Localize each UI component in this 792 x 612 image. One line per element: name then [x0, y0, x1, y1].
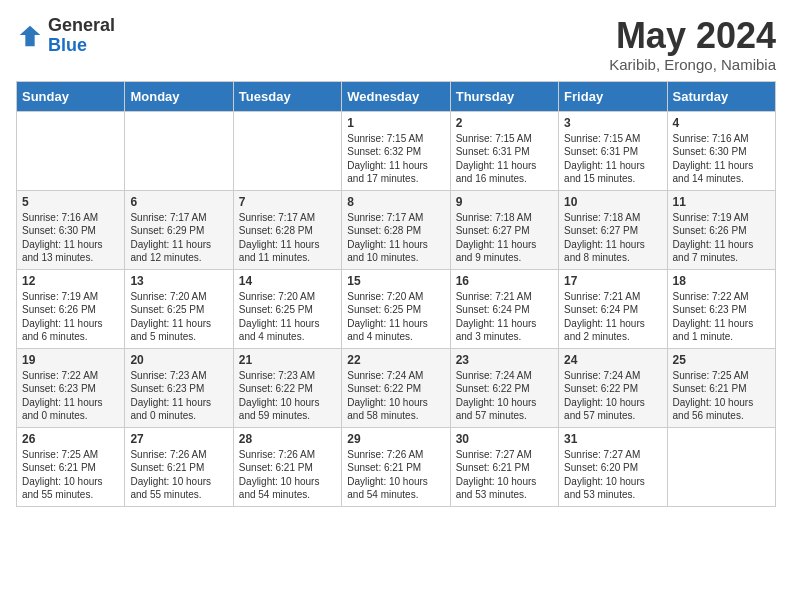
day-cell: 28Sunrise: 7:26 AMSunset: 6:21 PMDayligh…: [233, 427, 341, 506]
logo-blue: Blue: [48, 36, 115, 56]
cell-text: Daylight: 10 hours and 59 minutes.: [239, 396, 336, 423]
day-number: 24: [564, 353, 661, 367]
day-cell: 13Sunrise: 7:20 AMSunset: 6:25 PMDayligh…: [125, 269, 233, 348]
day-header-tuesday: Tuesday: [233, 81, 341, 111]
day-number: 23: [456, 353, 553, 367]
day-number: 26: [22, 432, 119, 446]
cell-text: Sunset: 6:21 PM: [239, 461, 336, 475]
location-subtitle: Karibib, Erongo, Namibia: [609, 56, 776, 73]
day-number: 8: [347, 195, 444, 209]
cell-text: Sunset: 6:22 PM: [347, 382, 444, 396]
day-cell: 21Sunrise: 7:23 AMSunset: 6:22 PMDayligh…: [233, 348, 341, 427]
day-number: 28: [239, 432, 336, 446]
title-block: May 2024 Karibib, Erongo, Namibia: [609, 16, 776, 73]
day-cell: [667, 427, 775, 506]
cell-text: Daylight: 11 hours and 0 minutes.: [22, 396, 119, 423]
cell-text: Sunset: 6:29 PM: [130, 224, 227, 238]
day-number: 13: [130, 274, 227, 288]
day-number: 19: [22, 353, 119, 367]
day-number: 3: [564, 116, 661, 130]
day-cell: 18Sunrise: 7:22 AMSunset: 6:23 PMDayligh…: [667, 269, 775, 348]
day-cell: 4Sunrise: 7:16 AMSunset: 6:30 PMDaylight…: [667, 111, 775, 190]
day-cell: 26Sunrise: 7:25 AMSunset: 6:21 PMDayligh…: [17, 427, 125, 506]
cell-text: Sunrise: 7:15 AM: [347, 132, 444, 146]
cell-text: Daylight: 11 hours and 2 minutes.: [564, 317, 661, 344]
cell-text: Sunrise: 7:26 AM: [347, 448, 444, 462]
day-number: 17: [564, 274, 661, 288]
cell-text: Daylight: 10 hours and 57 minutes.: [564, 396, 661, 423]
cell-text: Daylight: 11 hours and 14 minutes.: [673, 159, 770, 186]
cell-text: Daylight: 10 hours and 57 minutes.: [456, 396, 553, 423]
day-number: 25: [673, 353, 770, 367]
day-number: 21: [239, 353, 336, 367]
week-row-5: 26Sunrise: 7:25 AMSunset: 6:21 PMDayligh…: [17, 427, 776, 506]
day-number: 15: [347, 274, 444, 288]
cell-text: Sunrise: 7:26 AM: [239, 448, 336, 462]
cell-text: Sunrise: 7:16 AM: [673, 132, 770, 146]
cell-text: Sunset: 6:20 PM: [564, 461, 661, 475]
cell-text: Sunrise: 7:18 AM: [456, 211, 553, 225]
cell-text: Daylight: 10 hours and 54 minutes.: [347, 475, 444, 502]
cell-text: Daylight: 11 hours and 9 minutes.: [456, 238, 553, 265]
day-number: 12: [22, 274, 119, 288]
cell-text: Sunset: 6:23 PM: [130, 382, 227, 396]
week-row-2: 5Sunrise: 7:16 AMSunset: 6:30 PMDaylight…: [17, 190, 776, 269]
cell-text: Sunset: 6:26 PM: [22, 303, 119, 317]
cell-text: Sunrise: 7:15 AM: [456, 132, 553, 146]
day-cell: 3Sunrise: 7:15 AMSunset: 6:31 PMDaylight…: [559, 111, 667, 190]
cell-text: Sunset: 6:21 PM: [22, 461, 119, 475]
cell-text: Daylight: 10 hours and 58 minutes.: [347, 396, 444, 423]
week-row-4: 19Sunrise: 7:22 AMSunset: 6:23 PMDayligh…: [17, 348, 776, 427]
cell-text: Sunset: 6:32 PM: [347, 145, 444, 159]
cell-text: Daylight: 11 hours and 10 minutes.: [347, 238, 444, 265]
cell-text: Sunset: 6:21 PM: [673, 382, 770, 396]
cell-text: Sunrise: 7:25 AM: [22, 448, 119, 462]
cell-text: Daylight: 11 hours and 4 minutes.: [347, 317, 444, 344]
day-cell: 11Sunrise: 7:19 AMSunset: 6:26 PMDayligh…: [667, 190, 775, 269]
cell-text: Sunset: 6:31 PM: [564, 145, 661, 159]
day-cell: 31Sunrise: 7:27 AMSunset: 6:20 PMDayligh…: [559, 427, 667, 506]
day-cell: 19Sunrise: 7:22 AMSunset: 6:23 PMDayligh…: [17, 348, 125, 427]
day-cell: 20Sunrise: 7:23 AMSunset: 6:23 PMDayligh…: [125, 348, 233, 427]
day-number: 14: [239, 274, 336, 288]
cell-text: Sunset: 6:31 PM: [456, 145, 553, 159]
cell-text: Sunset: 6:27 PM: [456, 224, 553, 238]
cell-text: Sunset: 6:30 PM: [22, 224, 119, 238]
logo-general: General: [48, 16, 115, 36]
cell-text: Sunrise: 7:16 AM: [22, 211, 119, 225]
cell-text: Sunrise: 7:20 AM: [130, 290, 227, 304]
day-cell: 10Sunrise: 7:18 AMSunset: 6:27 PMDayligh…: [559, 190, 667, 269]
cell-text: Sunrise: 7:21 AM: [456, 290, 553, 304]
cell-text: Sunset: 6:27 PM: [564, 224, 661, 238]
day-cell: 29Sunrise: 7:26 AMSunset: 6:21 PMDayligh…: [342, 427, 450, 506]
day-cell: 9Sunrise: 7:18 AMSunset: 6:27 PMDaylight…: [450, 190, 558, 269]
day-cell: 16Sunrise: 7:21 AMSunset: 6:24 PMDayligh…: [450, 269, 558, 348]
cell-text: Sunrise: 7:20 AM: [347, 290, 444, 304]
page-header: General Blue May 2024 Karibib, Erongo, N…: [16, 16, 776, 73]
cell-text: Sunrise: 7:27 AM: [564, 448, 661, 462]
cell-text: Sunrise: 7:22 AM: [673, 290, 770, 304]
day-number: 31: [564, 432, 661, 446]
day-number: 27: [130, 432, 227, 446]
logo-text: General Blue: [48, 16, 115, 56]
day-number: 1: [347, 116, 444, 130]
day-cell: 25Sunrise: 7:25 AMSunset: 6:21 PMDayligh…: [667, 348, 775, 427]
cell-text: Daylight: 11 hours and 17 minutes.: [347, 159, 444, 186]
day-cell: 7Sunrise: 7:17 AMSunset: 6:28 PMDaylight…: [233, 190, 341, 269]
day-number: 18: [673, 274, 770, 288]
day-header-sunday: Sunday: [17, 81, 125, 111]
day-header-monday: Monday: [125, 81, 233, 111]
cell-text: Sunset: 6:24 PM: [456, 303, 553, 317]
cell-text: Sunrise: 7:19 AM: [22, 290, 119, 304]
cell-text: Daylight: 10 hours and 53 minutes.: [564, 475, 661, 502]
cell-text: Sunrise: 7:18 AM: [564, 211, 661, 225]
cell-text: Sunset: 6:28 PM: [347, 224, 444, 238]
day-header-thursday: Thursday: [450, 81, 558, 111]
cell-text: Daylight: 11 hours and 13 minutes.: [22, 238, 119, 265]
cell-text: Daylight: 11 hours and 4 minutes.: [239, 317, 336, 344]
day-number: 6: [130, 195, 227, 209]
cell-text: Sunrise: 7:23 AM: [130, 369, 227, 383]
cell-text: Sunset: 6:22 PM: [456, 382, 553, 396]
logo-icon: [16, 22, 44, 50]
day-cell: 5Sunrise: 7:16 AMSunset: 6:30 PMDaylight…: [17, 190, 125, 269]
